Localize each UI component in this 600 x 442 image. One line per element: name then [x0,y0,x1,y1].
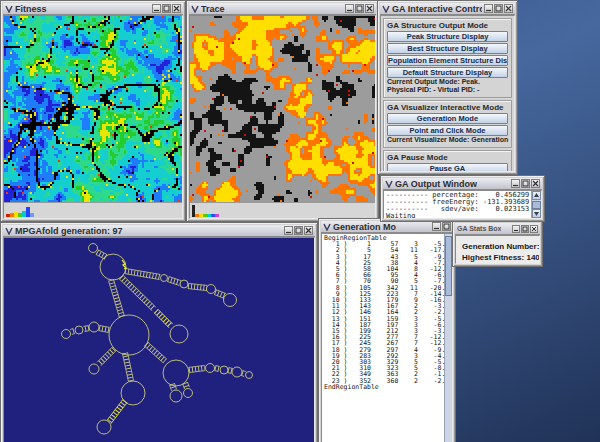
highest-fitness-text: Highest Fitness: 140.2 [462,252,539,263]
region-titlebar[interactable]: Generation Mo [321,221,453,233]
output-titlebar[interactable]: GA Output Window [383,178,542,190]
mpgafold-window: MPGAfold generation: 97 [0,222,318,442]
close-button[interactable] [365,4,374,13]
desktop: Fitness [0,0,600,442]
mpgafold-title: MPGAfold generation: 97 [15,226,123,236]
minimize-button[interactable] [152,4,161,13]
fitness-heatmap [4,16,182,202]
minimize-button[interactable] [511,179,520,188]
window-menu-icon[interactable] [382,5,390,13]
current-visualizer-mode-status: Current Visualizer Mode: Generation [387,136,508,144]
trace-heatmap [190,16,375,202]
ga-interactive-controls-window: GA Interactive Controls GA Structure Out… [377,0,518,175]
scroll-thumb[interactable] [445,236,452,296]
close-button[interactable] [304,226,313,235]
output-vertical-scrollbar[interactable] [531,191,541,218]
ga-output-window: GA Output Window ---------- percentage: … [380,175,545,222]
maximize-button[interactable] [294,226,303,235]
region-table: BeginRegionTable 1 ) 1 57 3 -5.5 2 ) 5 5… [324,235,443,442]
close-button[interactable] [504,4,513,13]
generation-monitor-window: Generation Mo BeginRegionTable 1 ) 1 57 … [318,218,456,442]
trace-title: Trace [201,4,225,14]
window-menu-icon[interactable] [385,180,393,188]
fitness-legend [4,202,182,218]
scroll-thumb[interactable] [532,201,541,209]
output-title: GA Output Window [395,179,477,189]
window-menu-icon[interactable] [323,223,331,231]
point-and-click-mode-button[interactable]: Point and Click Mode [387,125,508,136]
region-vertical-scrollbar[interactable] [444,234,452,442]
close-button[interactable] [530,225,538,233]
population-element-structure-display-button[interactable]: Population Element Structure Display [387,55,508,66]
maximize-button[interactable] [162,4,171,13]
close-button[interactable] [531,179,540,188]
mpgafold-titlebar[interactable]: MPGAfold generation: 97 [3,225,315,237]
maximize-button[interactable] [355,4,364,13]
stats-title: GA Stats Box [457,225,501,232]
pause-ga-button[interactable]: Pause GA [387,163,508,172]
pause-mode-label: GA Pause Mode [387,153,508,162]
controls-title: GA Interactive Controls [392,4,482,14]
output-text: ---------- percentage: 0.456299 --------… [386,192,529,218]
trace-window: Trace [186,0,379,222]
trace-legend [190,202,375,218]
rna-structure-drawing [4,238,315,442]
fitness-titlebar[interactable]: Fitness [3,3,183,15]
current-output-mode-status: Current Output Mode: Peak. [387,78,508,86]
visualizer-mode-label: GA Visualizer Interactive Mode [387,103,508,112]
fitness-title: Fitness [15,4,47,14]
region-title: Generation Mo [333,222,396,232]
maximize-button[interactable] [521,179,530,188]
trace-titlebar[interactable]: Trace [189,3,376,15]
maximize-button[interactable] [442,222,451,231]
trace-histogram-icon [192,204,226,217]
maximize-button[interactable] [521,225,529,233]
minimize-button[interactable] [432,222,441,231]
structure-output-label: GA Structure Output Mode [387,21,508,30]
window-menu-icon[interactable] [5,227,13,235]
scroll-down-icon[interactable] [532,209,541,218]
ga-stats-window: GA Stats Box Generation Number: 97 Highe… [452,220,543,267]
minimize-button[interactable] [484,4,493,13]
scroll-up-icon[interactable] [532,191,541,200]
close-button[interactable] [172,4,181,13]
generation-mode-button[interactable]: Generation Mode [387,113,508,124]
stats-titlebar[interactable]: GA Stats Box [455,223,540,235]
pause-mode-section: GA Pause Mode Pause GA Step One Generati… [383,150,512,172]
default-structure-display-button[interactable]: Default Structure Display [387,67,508,78]
fitness-window: Fitness [0,0,186,222]
pid-status: Physical PID: - Virtual PID: - [387,86,508,94]
best-structure-display-button[interactable]: Best Structure Display [387,43,508,54]
window-menu-icon[interactable] [191,5,199,13]
minimize-button[interactable] [284,226,293,235]
generation-number-text: Generation Number: 97 [462,241,539,252]
peak-structure-display-button[interactable]: Peak Structure Display [387,31,508,42]
controls-titlebar[interactable]: GA Interactive Controls [380,3,515,15]
maximize-button[interactable] [494,4,503,13]
minimize-button[interactable] [345,4,354,13]
fitness-histogram-icon [6,205,40,217]
window-menu-icon[interactable] [5,5,13,13]
structure-output-section: GA Structure Output Mode Peak Structure … [383,18,512,98]
visualizer-mode-section: GA Visualizer Interactive Mode Generatio… [383,100,512,148]
minimize-button[interactable] [512,225,520,233]
